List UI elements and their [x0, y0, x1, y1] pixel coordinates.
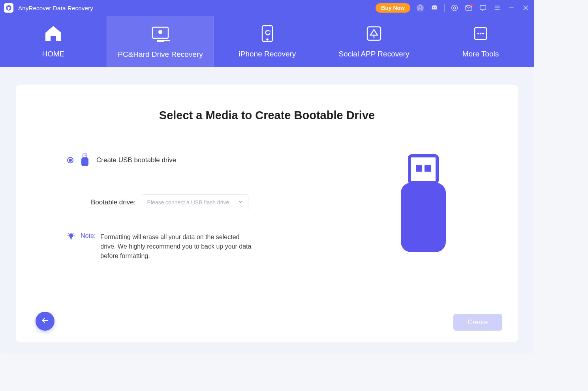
minimize-icon[interactable]: [507, 4, 516, 12]
svg-point-21: [267, 39, 268, 40]
home-icon: [43, 24, 64, 43]
target-icon[interactable]: [450, 4, 459, 12]
svg-rect-36: [425, 165, 431, 172]
more-tools-icon: [472, 24, 490, 43]
buy-now-button[interactable]: Buy Now: [376, 3, 410, 13]
radio-selected-icon: [67, 157, 73, 163]
panel-title: Select a Media to Create Bootable Drive: [51, 109, 483, 122]
lightbulb-icon: [67, 232, 76, 261]
nav-iphone[interactable]: iPhone Recovery: [214, 16, 321, 67]
app-logo: [4, 3, 13, 13]
chevron-down-icon: [238, 199, 243, 206]
nav-home[interactable]: HOME: [0, 16, 107, 67]
svg-point-25: [477, 33, 479, 34]
pc-recovery-icon: [150, 25, 170, 43]
svg-point-5: [452, 5, 458, 11]
menu-icon[interactable]: [493, 4, 502, 12]
illustration-column: [364, 153, 483, 261]
svg-rect-18: [160, 32, 161, 34]
content-area: Select a Media to Create Bootable Drive: [0, 67, 534, 354]
radio-label: Create USB bootable drive: [96, 156, 176, 164]
titlebar-separator: [444, 4, 445, 12]
iphone-recovery-icon: [260, 24, 275, 43]
svg-point-4: [419, 6, 421, 8]
nav-label: More Tools: [462, 50, 499, 58]
discord-icon[interactable]: [430, 4, 439, 12]
back-button[interactable]: [36, 312, 54, 331]
notification-dot: [470, 4, 473, 6]
drive-select-row: Bootable drive: Please connect a USB fla…: [67, 195, 333, 210]
svg-rect-2: [8, 8, 9, 10]
usb-bootable-option[interactable]: Create USB bootable drive: [67, 153, 333, 167]
main-nav: HOME PC&Hard Drive Recovery: [0, 16, 534, 67]
app-title: AnyRecover Data Recovery: [18, 5, 93, 11]
svg-rect-31: [81, 157, 88, 166]
bootable-drive-panel: Select a Media to Create Bootable Drive: [16, 85, 518, 342]
create-button[interactable]: Create: [453, 314, 502, 331]
app-window: AnyRecover Data Recovery Buy Now: [0, 0, 534, 354]
titlebar: AnyRecover Data Recovery Buy Now: [0, 0, 534, 16]
svg-rect-37: [401, 183, 446, 252]
nav-label: PC&Hard Drive Recovery: [118, 50, 203, 59]
bootable-drive-select[interactable]: Please connect a USB flash drive: [142, 195, 248, 210]
svg-rect-30: [85, 155, 86, 155]
social-app-icon: [365, 24, 383, 43]
arrow-left-icon: [41, 316, 49, 326]
mail-icon[interactable]: [464, 4, 473, 12]
svg-rect-28: [83, 154, 87, 157]
close-icon[interactable]: [521, 4, 530, 12]
nav-more-tools[interactable]: More Tools: [427, 16, 534, 67]
usb-small-icon: [81, 153, 89, 167]
note-row: Note: Formatting will erase all your dat…: [67, 232, 333, 261]
usb-large-icon: [398, 153, 449, 256]
nav-social-app[interactable]: Social APP Recovery: [321, 16, 427, 67]
drive-label: Bootable drive:: [91, 198, 135, 206]
svg-rect-34: [410, 156, 437, 183]
note-text: Formatting will erase all your data on t…: [100, 232, 254, 261]
svg-point-27: [482, 33, 484, 34]
svg-point-6: [453, 7, 456, 9]
create-button-label: Create: [468, 318, 488, 326]
panel-body: Create USB bootable drive Bootable drive…: [51, 153, 483, 261]
nav-label: Social APP Recovery: [338, 50, 409, 58]
svg-rect-35: [416, 165, 422, 172]
nav-label: HOME: [42, 50, 65, 58]
select-placeholder: Please connect a USB flash drive: [147, 199, 229, 206]
note-label: Note:: [81, 232, 96, 261]
svg-point-26: [480, 33, 481, 34]
svg-rect-33: [71, 239, 72, 239]
account-icon[interactable]: [416, 4, 425, 12]
titlebar-actions: Buy Now: [376, 3, 530, 13]
options-column: Create USB bootable drive Bootable drive…: [51, 153, 333, 261]
svg-rect-32: [70, 238, 72, 239]
nav-label: iPhone Recovery: [239, 50, 296, 58]
nav-pc-hard-drive[interactable]: PC&Hard Drive Recovery: [107, 16, 214, 67]
svg-rect-29: [84, 155, 85, 155]
feedback-icon[interactable]: [479, 4, 487, 12]
